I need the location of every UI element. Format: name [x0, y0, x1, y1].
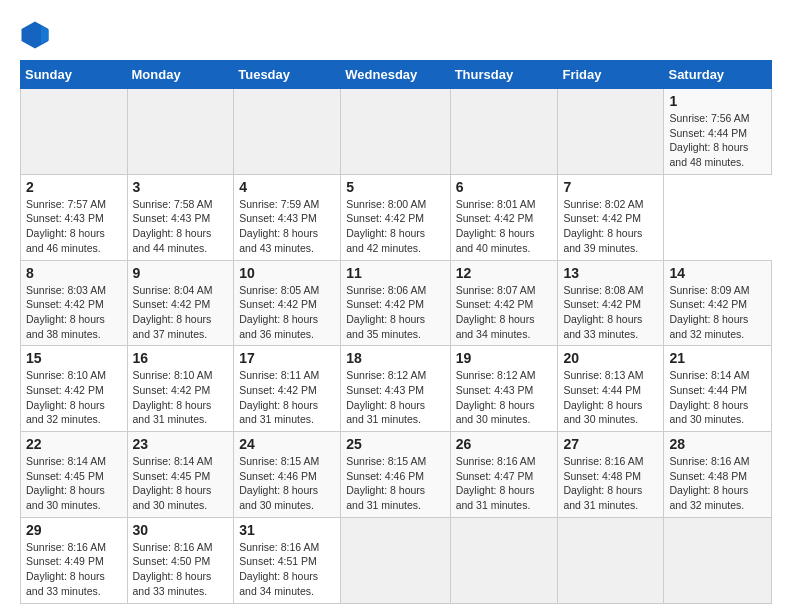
- day-number: 18: [346, 350, 444, 366]
- day-info: Sunrise: 8:01 AMSunset: 4:42 PMDaylight:…: [456, 197, 553, 256]
- empty-cell: [450, 89, 558, 175]
- day-info: Sunrise: 8:00 AMSunset: 4:42 PMDaylight:…: [346, 197, 444, 256]
- day-info: Sunrise: 8:05 AMSunset: 4:42 PMDaylight:…: [239, 283, 335, 342]
- day-cell-27: 27 Sunrise: 8:16 AMSunset: 4:48 PMDaylig…: [558, 432, 664, 518]
- day-number: 25: [346, 436, 444, 452]
- day-cell-2: 2 Sunrise: 7:57 AMSunset: 4:43 PMDayligh…: [21, 174, 128, 260]
- day-info: Sunrise: 8:12 AMSunset: 4:43 PMDaylight:…: [456, 368, 553, 427]
- logo-icon: [20, 20, 50, 50]
- calendar-week-5: 22 Sunrise: 8:14 AMSunset: 4:45 PMDaylig…: [21, 432, 772, 518]
- day-number: 15: [26, 350, 122, 366]
- day-number: 3: [133, 179, 229, 195]
- day-number: 27: [563, 436, 658, 452]
- day-info: Sunrise: 7:56 AMSunset: 4:44 PMDaylight:…: [669, 111, 766, 170]
- day-info: Sunrise: 8:16 AMSunset: 4:49 PMDaylight:…: [26, 540, 122, 599]
- logo: [20, 20, 54, 50]
- day-cell-29: 29 Sunrise: 8:16 AMSunset: 4:49 PMDaylig…: [21, 517, 128, 603]
- day-cell-14: 14 Sunrise: 8:09 AMSunset: 4:42 PMDaylig…: [664, 260, 772, 346]
- day-info: Sunrise: 8:13 AMSunset: 4:44 PMDaylight:…: [563, 368, 658, 427]
- day-number: 13: [563, 265, 658, 281]
- day-header-sunday: Sunday: [21, 61, 128, 89]
- day-cell-9: 9 Sunrise: 8:04 AMSunset: 4:42 PMDayligh…: [127, 260, 234, 346]
- day-info: Sunrise: 8:07 AMSunset: 4:42 PMDaylight:…: [456, 283, 553, 342]
- day-cell-1: 1 Sunrise: 7:56 AMSunset: 4:44 PMDayligh…: [664, 89, 772, 175]
- day-number: 14: [669, 265, 766, 281]
- day-cell-15: 15 Sunrise: 8:10 AMSunset: 4:42 PMDaylig…: [21, 346, 128, 432]
- day-cell-6: 6 Sunrise: 8:01 AMSunset: 4:42 PMDayligh…: [450, 174, 558, 260]
- day-info: Sunrise: 8:10 AMSunset: 4:42 PMDaylight:…: [133, 368, 229, 427]
- day-cell-8: 8 Sunrise: 8:03 AMSunset: 4:42 PMDayligh…: [21, 260, 128, 346]
- day-info: Sunrise: 8:14 AMSunset: 4:45 PMDaylight:…: [26, 454, 122, 513]
- calendar-week-1: 1 Sunrise: 7:56 AMSunset: 4:44 PMDayligh…: [21, 89, 772, 175]
- day-info: Sunrise: 8:15 AMSunset: 4:46 PMDaylight:…: [346, 454, 444, 513]
- day-header-tuesday: Tuesday: [234, 61, 341, 89]
- day-number: 7: [563, 179, 658, 195]
- empty-cell: [341, 517, 450, 603]
- day-cell-12: 12 Sunrise: 8:07 AMSunset: 4:42 PMDaylig…: [450, 260, 558, 346]
- day-cell-5: 5 Sunrise: 8:00 AMSunset: 4:42 PMDayligh…: [341, 174, 450, 260]
- day-number: 24: [239, 436, 335, 452]
- empty-cell: [341, 89, 450, 175]
- day-header-thursday: Thursday: [450, 61, 558, 89]
- day-info: Sunrise: 8:16 AMSunset: 4:48 PMDaylight:…: [563, 454, 658, 513]
- day-info: Sunrise: 8:04 AMSunset: 4:42 PMDaylight:…: [133, 283, 229, 342]
- empty-cell: [558, 89, 664, 175]
- day-info: Sunrise: 8:08 AMSunset: 4:42 PMDaylight:…: [563, 283, 658, 342]
- day-cell-22: 22 Sunrise: 8:14 AMSunset: 4:45 PMDaylig…: [21, 432, 128, 518]
- empty-cell: [450, 517, 558, 603]
- day-info: Sunrise: 8:14 AMSunset: 4:45 PMDaylight:…: [133, 454, 229, 513]
- day-cell-26: 26 Sunrise: 8:16 AMSunset: 4:47 PMDaylig…: [450, 432, 558, 518]
- empty-cell: [664, 517, 772, 603]
- day-number: 10: [239, 265, 335, 281]
- day-info: Sunrise: 7:58 AMSunset: 4:43 PMDaylight:…: [133, 197, 229, 256]
- day-cell-18: 18 Sunrise: 8:12 AMSunset: 4:43 PMDaylig…: [341, 346, 450, 432]
- day-info: Sunrise: 8:02 AMSunset: 4:42 PMDaylight:…: [563, 197, 658, 256]
- day-info: Sunrise: 8:09 AMSunset: 4:42 PMDaylight:…: [669, 283, 766, 342]
- calendar-week-6: 29 Sunrise: 8:16 AMSunset: 4:49 PMDaylig…: [21, 517, 772, 603]
- day-number: 8: [26, 265, 122, 281]
- day-cell-19: 19 Sunrise: 8:12 AMSunset: 4:43 PMDaylig…: [450, 346, 558, 432]
- day-number: 19: [456, 350, 553, 366]
- day-cell-4: 4 Sunrise: 7:59 AMSunset: 4:43 PMDayligh…: [234, 174, 341, 260]
- day-number: 17: [239, 350, 335, 366]
- empty-cell: [127, 89, 234, 175]
- empty-cell: [234, 89, 341, 175]
- empty-cell: [558, 517, 664, 603]
- day-info: Sunrise: 8:11 AMSunset: 4:42 PMDaylight:…: [239, 368, 335, 427]
- day-info: Sunrise: 7:59 AMSunset: 4:43 PMDaylight:…: [239, 197, 335, 256]
- day-cell-16: 16 Sunrise: 8:10 AMSunset: 4:42 PMDaylig…: [127, 346, 234, 432]
- day-number: 23: [133, 436, 229, 452]
- day-number: 31: [239, 522, 335, 538]
- day-info: Sunrise: 8:16 AMSunset: 4:51 PMDaylight:…: [239, 540, 335, 599]
- day-info: Sunrise: 8:10 AMSunset: 4:42 PMDaylight:…: [26, 368, 122, 427]
- day-number: 5: [346, 179, 444, 195]
- day-cell-30: 30 Sunrise: 8:16 AMSunset: 4:50 PMDaylig…: [127, 517, 234, 603]
- day-cell-23: 23 Sunrise: 8:14 AMSunset: 4:45 PMDaylig…: [127, 432, 234, 518]
- header: [20, 20, 772, 50]
- day-cell-21: 21 Sunrise: 8:14 AMSunset: 4:44 PMDaylig…: [664, 346, 772, 432]
- day-cell-24: 24 Sunrise: 8:15 AMSunset: 4:46 PMDaylig…: [234, 432, 341, 518]
- day-cell-25: 25 Sunrise: 8:15 AMSunset: 4:46 PMDaylig…: [341, 432, 450, 518]
- day-number: 26: [456, 436, 553, 452]
- day-number: 30: [133, 522, 229, 538]
- calendar-week-2: 2 Sunrise: 7:57 AMSunset: 4:43 PMDayligh…: [21, 174, 772, 260]
- day-number: 11: [346, 265, 444, 281]
- day-cell-11: 11 Sunrise: 8:06 AMSunset: 4:42 PMDaylig…: [341, 260, 450, 346]
- day-info: Sunrise: 8:06 AMSunset: 4:42 PMDaylight:…: [346, 283, 444, 342]
- day-info: Sunrise: 8:16 AMSunset: 4:50 PMDaylight:…: [133, 540, 229, 599]
- day-cell-20: 20 Sunrise: 8:13 AMSunset: 4:44 PMDaylig…: [558, 346, 664, 432]
- calendar: SundayMondayTuesdayWednesdayThursdayFrid…: [20, 60, 772, 604]
- day-cell-13: 13 Sunrise: 8:08 AMSunset: 4:42 PMDaylig…: [558, 260, 664, 346]
- day-header-monday: Monday: [127, 61, 234, 89]
- day-number: 4: [239, 179, 335, 195]
- day-cell-7: 7 Sunrise: 8:02 AMSunset: 4:42 PMDayligh…: [558, 174, 664, 260]
- day-number: 16: [133, 350, 229, 366]
- day-number: 28: [669, 436, 766, 452]
- calendar-week-4: 15 Sunrise: 8:10 AMSunset: 4:42 PMDaylig…: [21, 346, 772, 432]
- day-number: 21: [669, 350, 766, 366]
- day-header-wednesday: Wednesday: [341, 61, 450, 89]
- day-number: 12: [456, 265, 553, 281]
- day-number: 9: [133, 265, 229, 281]
- day-cell-3: 3 Sunrise: 7:58 AMSunset: 4:43 PMDayligh…: [127, 174, 234, 260]
- day-cell-31: 31 Sunrise: 8:16 AMSunset: 4:51 PMDaylig…: [234, 517, 341, 603]
